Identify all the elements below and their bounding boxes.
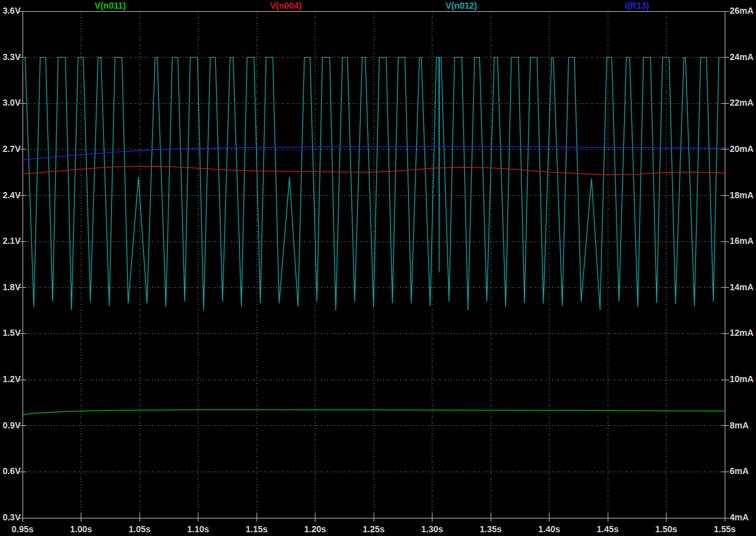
x-tick-label: 1.35s <box>479 525 501 534</box>
y-right-tick-label: 4mA <box>730 513 748 522</box>
x-tick-label: 1.20s <box>304 525 326 534</box>
y-right-tick-label: 16mA <box>730 236 753 246</box>
legend-trace-ir13[interactable]: I(R13) <box>625 1 649 11</box>
y-right-tick-label: 18mA <box>730 191 753 200</box>
waveform-viewer: V(n011) V(n004) V(n012) I(R13) 3.6V3.3V3… <box>0 0 756 536</box>
y-left-tick-label: 2.4V <box>0 191 21 200</box>
y-left-tick-label: 3.3V <box>0 53 21 62</box>
y-right-tick-label: 12mA <box>730 328 753 338</box>
legend-trace-vn004[interactable]: V(n004) <box>270 1 302 11</box>
trace-vn004[interactable] <box>23 166 725 175</box>
y-right-tick-label: 8mA <box>730 421 748 430</box>
y-left-tick-label: 2.7V <box>0 144 21 154</box>
x-tick-label: 1.40s <box>538 525 560 534</box>
y-left-tick-label: 0.9V <box>0 421 21 430</box>
x-tick-label: 1.45s <box>596 525 618 534</box>
y-right-tick-label: 6mA <box>730 467 748 476</box>
x-tick-label: 1.15s <box>245 525 267 534</box>
x-tick-label: 1.30s <box>421 525 443 534</box>
x-tick-label: 1.00s <box>70 525 92 534</box>
y-left-tick-label: 3.6V <box>0 6 21 16</box>
x-tick-label: 1.55s <box>713 525 735 534</box>
y-left-tick-label: 0.3V <box>0 513 21 522</box>
x-tick-label: 0.95s <box>11 525 33 534</box>
legend-trace-vn012[interactable]: V(n012) <box>446 1 478 11</box>
x-tick-label: 1.50s <box>655 525 677 534</box>
x-tick-label: 1.10s <box>187 525 209 534</box>
plot-area[interactable] <box>0 0 756 536</box>
y-right-tick-label: 22mA <box>730 98 753 108</box>
y-left-tick-label: 2.1V <box>0 236 21 246</box>
x-tick-label: 1.05s <box>128 525 150 534</box>
y-left-tick-label: 0.6V <box>0 467 21 476</box>
y-left-tick-label: 1.2V <box>0 375 21 384</box>
y-right-tick-label: 26mA <box>730 6 753 16</box>
x-tick-label: 1.25s <box>362 525 384 534</box>
legend-trace-vn011[interactable]: V(n011) <box>94 1 126 11</box>
y-left-tick-label: 3.0V <box>0 98 21 108</box>
y-right-tick-label: 10mA <box>730 375 753 384</box>
y-left-tick-label: 1.5V <box>0 328 21 338</box>
y-right-tick-label: 14mA <box>730 283 753 292</box>
y-right-tick-label: 20mA <box>730 144 753 154</box>
y-right-tick-label: 24mA <box>730 53 753 62</box>
y-left-tick-label: 1.8V <box>0 283 21 292</box>
trace-vn012[interactable] <box>0 58 751 311</box>
